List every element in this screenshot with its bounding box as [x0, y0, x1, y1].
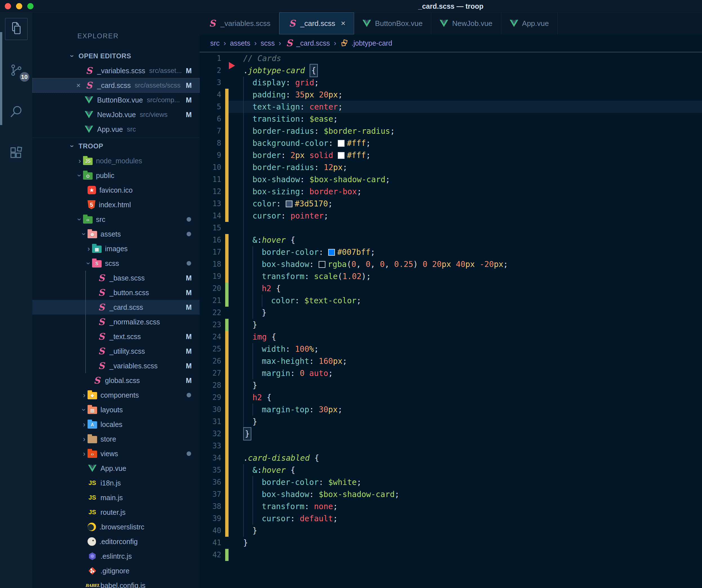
- breadcrumb-item-assets[interactable]: assets: [230, 39, 250, 47]
- code-line-24[interactable]: 24img {: [200, 331, 702, 343]
- code-line-15[interactable]: 15: [200, 222, 702, 234]
- code-line-14[interactable]: 14cursor: pointer;: [200, 210, 702, 222]
- chevron-right-icon[interactable]: ›: [76, 157, 83, 165]
- chevron-down-icon[interactable]: ›: [76, 172, 83, 179]
- open-editor-ButtonBox.vue[interactable]: ButtonBox.vuesrc/comp...M: [32, 93, 200, 107]
- code-line-1[interactable]: 1// Cards: [200, 53, 702, 65]
- chevron-down-icon[interactable]: ›: [76, 216, 83, 223]
- code-line-18[interactable]: 18box-shadow: rgba(0, 0, 0, 0.25) 0 20px…: [200, 258, 702, 270]
- code-line-19[interactable]: 19transform: scale(1.02);: [200, 270, 702, 282]
- project-header[interactable]: › TROOP: [32, 138, 200, 154]
- code-line-7[interactable]: 7border-radius: $border-radius;: [200, 125, 702, 137]
- tree-item-global.scss[interactable]: Sglobal.scssM: [32, 373, 200, 388]
- code-line-39[interactable]: 39cursor: default;: [200, 512, 702, 525]
- tree-item-_base.scss[interactable]: S_base.scssM: [32, 271, 200, 285]
- code-line-29[interactable]: 29h2 {: [200, 391, 702, 404]
- tab-_card.scss[interactable]: S_card.scss×: [279, 12, 354, 34]
- tab-_variables.scss[interactable]: S_variables.scss: [200, 12, 279, 34]
- code-line-36[interactable]: 36border-color: $white;: [200, 476, 702, 488]
- code-line-31[interactable]: 31}: [200, 416, 702, 428]
- code-line-38[interactable]: 38transform: none;: [200, 500, 702, 512]
- activity-search[interactable]: [5, 101, 28, 123]
- tree-item-_variables.scss[interactable]: S_variables.scssM: [32, 359, 200, 373]
- code-line-27[interactable]: 27margin: 0 auto;: [200, 367, 702, 379]
- breadcrumb-item-src[interactable]: src: [210, 39, 220, 47]
- open-editor-App.vue[interactable]: App.vuesrc: [32, 122, 200, 136]
- chevron-right-icon[interactable]: ›: [81, 450, 88, 457]
- code-line-32[interactable]: 32}: [200, 428, 702, 440]
- tree-item-.editorconfig[interactable]: .editorconfig: [32, 534, 200, 549]
- code-line-34[interactable]: 34.card-disabled {: [200, 452, 702, 464]
- tree-item-views[interactable]: ›‹›views: [32, 446, 200, 461]
- activity-explorer[interactable]: [5, 18, 28, 40]
- tree-item-.gitignore[interactable]: .gitignore: [32, 564, 200, 578]
- chevron-right-icon[interactable]: ›: [81, 391, 88, 399]
- editor[interactable]: 1// Cards2.jobtype-card {3display: grid;…: [200, 53, 702, 588]
- tree-item-locales[interactable]: ›Alocales: [32, 417, 200, 432]
- code-line-21[interactable]: 21color: $text-color;: [200, 295, 702, 307]
- zoom-window-button[interactable]: [27, 3, 33, 9]
- breadcrumb-item-.jobtype-card[interactable]: .jobtype-card: [340, 39, 392, 47]
- code-line-8[interactable]: 8background-color: #fff;: [200, 137, 702, 149]
- tree-item-App.vue[interactable]: App.vue: [32, 461, 200, 476]
- open-editors-header[interactable]: › OPEN EDITORS: [32, 48, 200, 63]
- tree-item-index.html[interactable]: 5index.html: [32, 197, 200, 212]
- tree-item-babel.config.js[interactable]: BABELbabel.config.js: [32, 578, 200, 588]
- tree-item-layouts[interactable]: ›▤layouts: [32, 402, 200, 417]
- code-line-41[interactable]: 41}: [200, 537, 702, 549]
- code-line-26[interactable]: 26max-height: 160px;: [200, 355, 702, 367]
- code-line-42[interactable]: 42: [200, 549, 702, 561]
- code-line-28[interactable]: 28}: [200, 379, 702, 391]
- open-editor-NewJob.vue[interactable]: NewJob.vuesrc/viewsM: [32, 107, 200, 122]
- tab-App.vue[interactable]: App.vue: [501, 12, 558, 34]
- chevron-right-icon[interactable]: ›: [85, 245, 92, 252]
- code-line-33[interactable]: 33: [200, 440, 702, 452]
- tree-item-store[interactable]: ›store: [32, 432, 200, 446]
- code-line-4[interactable]: 4padding: 35px 20px;: [200, 89, 702, 101]
- code-line-12[interactable]: 12box-sizing: border-box;: [200, 186, 702, 198]
- tree-item-main.js[interactable]: JSmain.js: [32, 490, 200, 505]
- close-editor-icon[interactable]: ×: [76, 81, 84, 90]
- activity-source-control[interactable]: 10: [5, 60, 28, 82]
- chevron-down-icon[interactable]: ›: [81, 231, 88, 237]
- code-line-16[interactable]: 16&:hover {: [200, 234, 702, 246]
- tree-item-router.js[interactable]: JSrouter.js: [32, 505, 200, 519]
- close-window-button[interactable]: [5, 3, 11, 9]
- code-line-10[interactable]: 10border-radius: 12px;: [200, 161, 702, 174]
- tree-item-favicon.ico[interactable]: ★favicon.ico: [32, 183, 200, 197]
- code-line-13[interactable]: 13color: #3d5170;: [200, 198, 702, 210]
- tree-item-_text.scss[interactable]: S_text.scssM: [32, 329, 200, 344]
- open-editor-_variables.scss[interactable]: S_variables.scsssrc/asset...M: [32, 63, 200, 78]
- code-line-25[interactable]: 25width: 100%;: [200, 343, 702, 355]
- tree-item-_utility.scss[interactable]: S_utility.scssM: [32, 344, 200, 359]
- tab-NewJob.vue[interactable]: NewJob.vue: [431, 12, 501, 34]
- chevron-down-icon[interactable]: ›: [81, 406, 88, 413]
- tab-ButtonBox.vue[interactable]: ButtonBox.vue: [354, 12, 431, 34]
- tree-item-images[interactable]: ›▦images: [32, 241, 200, 256]
- code-line-9[interactable]: 9border: 2px solid #fff;: [200, 149, 702, 161]
- tree-item-.eslintrc.js[interactable]: .eslintrc.js: [32, 549, 200, 564]
- code-line-20[interactable]: 20h2 {: [200, 282, 702, 295]
- chevron-right-icon[interactable]: ›: [81, 435, 88, 443]
- tree-item-.browserslistrc[interactable]: .browserslistrc: [32, 519, 200, 534]
- tree-item-_card.scss[interactable]: S_card.scssM: [32, 300, 200, 314]
- tree-item-_button.scss[interactable]: S_button.scssM: [32, 285, 200, 300]
- code-line-37[interactable]: 37box-shadow: $box-shadow-card;: [200, 488, 702, 500]
- code-line-11[interactable]: 11box-shadow: $box-shadow-card;: [200, 174, 702, 186]
- tree-item-i18n.js[interactable]: JSi18n.js: [32, 476, 200, 490]
- chevron-right-icon[interactable]: ›: [81, 421, 88, 428]
- activity-extensions[interactable]: [5, 143, 28, 165]
- close-tab-icon[interactable]: ×: [341, 19, 345, 28]
- minimize-window-button[interactable]: [16, 3, 22, 9]
- tree-item-scss[interactable]: ›Sscss: [32, 256, 200, 271]
- tree-item-_normalize.scss[interactable]: S_normalize.scss: [32, 314, 200, 329]
- breadcrumb-item-_card.scss[interactable]: S_card.scss: [285, 39, 330, 47]
- code-line-40[interactable]: 40}: [200, 525, 702, 537]
- tree-item-assets[interactable]: ›☸assets: [32, 227, 200, 241]
- code-line-5[interactable]: 5text-align: center;: [200, 101, 702, 113]
- code-line-3[interactable]: 3display: grid;: [200, 77, 702, 89]
- tree-item-src[interactable]: ›‹›src: [32, 212, 200, 227]
- code-line-30[interactable]: 30margin-top: 30px;: [200, 404, 702, 416]
- chevron-down-icon[interactable]: ›: [85, 260, 92, 267]
- code-line-2[interactable]: 2.jobtype-card {: [200, 65, 702, 77]
